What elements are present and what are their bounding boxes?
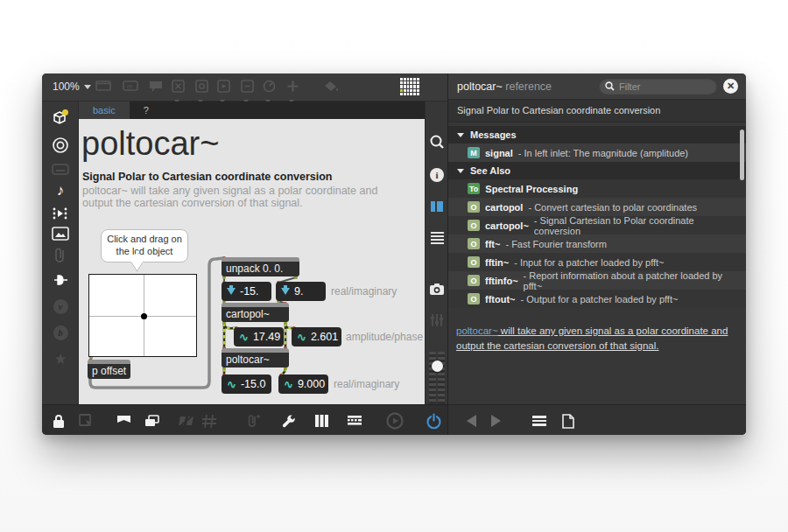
- message-box-icon[interactable]: m: [122, 79, 139, 93]
- filter-search-box[interactable]: [599, 78, 717, 94]
- lock-icon[interactable]: [49, 412, 68, 430]
- object-box-icon[interactable]: [95, 79, 112, 93]
- section-header[interactable]: Messages: [448, 126, 746, 144]
- beap-icon[interactable]: b: [42, 322, 79, 343]
- zoom-level-value: 100%: [53, 80, 80, 93]
- item-description: - Input for a patcher loaded by pfft~: [514, 257, 664, 268]
- item-description: - Report information about a patcher loa…: [524, 270, 737, 291]
- reference-summary: Signal Polar to Cartesian coordinate con…: [448, 100, 746, 122]
- number-box-icon[interactable]: [239, 79, 257, 93]
- poltocar-link[interactable]: poltocar~: [456, 326, 498, 336]
- object-cartopol[interactable]: cartopol~: [222, 303, 289, 322]
- item-description: - Fast Fourier transform: [505, 239, 607, 249]
- section-header[interactable]: See Also: [448, 162, 746, 179]
- object-poltocar[interactable]: poltocar~: [222, 348, 289, 368]
- top-toolbar: 100% m: [42, 74, 447, 102]
- lcd-object[interactable]: [88, 274, 197, 357]
- chevron-down-icon: [84, 85, 91, 89]
- object-unpack[interactable]: unpack 0. 0.: [222, 257, 299, 276]
- item-name: cartopol: [485, 202, 523, 213]
- attach-paperclip-icon[interactable]: [243, 412, 263, 430]
- search-icon[interactable]: [426, 131, 448, 152]
- flonum-arrow-icon: [281, 288, 290, 295]
- tab-help[interactable]: ?: [130, 102, 163, 119]
- filter-input[interactable]: [619, 81, 702, 92]
- item-description: - In left inlet: The magnitude (amplitud…: [518, 148, 688, 158]
- selection-tool-icon[interactable]: [76, 412, 95, 430]
- paint-bucket-icon[interactable]: [322, 79, 340, 93]
- item-name: fftout~: [485, 294, 516, 304]
- type-badge: O: [468, 275, 480, 286]
- layers-icon[interactable]: [142, 412, 161, 430]
- flonum-arrow-icon: [227, 288, 236, 295]
- right-icon-strip: i: [425, 102, 447, 404]
- object-palette-icon[interactable]: [400, 78, 419, 95]
- reference-item[interactable]: Offtin~- Input for a patcher loaded by p…: [448, 253, 746, 271]
- hide-cords-icon[interactable]: [177, 412, 196, 430]
- open-reference-page-icon[interactable]: [559, 413, 577, 429]
- reference-item[interactable]: Offtinfo~- Report information about a pa…: [448, 271, 746, 290]
- image-icon[interactable]: [42, 223, 79, 244]
- flonum-real[interactable]: -15.: [222, 282, 271, 301]
- reference-blurb: poltocar~ will take any given signal as …: [456, 324, 738, 353]
- inspector-info-icon[interactable]: i: [426, 164, 448, 186]
- flonum-imaginary[interactable]: 9.: [276, 282, 326, 301]
- plug-icon[interactable]: [42, 270, 79, 290]
- favorites-star-icon[interactable]: ★: [42, 348, 79, 369]
- audio-note-icon[interactable]: ♪: [42, 180, 79, 201]
- console-icon[interactable]: [42, 159, 79, 180]
- vimeo-icon[interactable]: v: [42, 296, 79, 317]
- filters-icon[interactable]: [426, 310, 448, 331]
- reference-item[interactable]: Msignal- In left inlet: The magnitude (a…: [448, 144, 746, 162]
- grid-snap-icon[interactable]: [200, 412, 219, 430]
- slider-knob[interactable]: [432, 360, 443, 372]
- tab-basic[interactable]: basic: [79, 102, 130, 119]
- playbar-run-icon[interactable]: [385, 412, 405, 430]
- menu-icon[interactable]: [531, 413, 548, 429]
- signal-number-real[interactable]: ∿ -15.0: [222, 374, 271, 394]
- wrench-icon[interactable]: [278, 412, 298, 430]
- reference-item[interactable]: Offt~- Fast Fourier transform: [448, 234, 746, 253]
- zoom-level-dropdown[interactable]: 100%: [53, 80, 91, 93]
- close-icon[interactable]: ✕: [723, 79, 738, 94]
- label-real-imaginary-bottom: real/imaginary: [334, 378, 399, 390]
- audio-power-icon[interactable]: [424, 412, 443, 430]
- forward-arrow-icon[interactable]: [487, 413, 504, 429]
- comment-icon[interactable]: [147, 79, 165, 93]
- add-object-icon[interactable]: [285, 79, 302, 93]
- button-icon[interactable]: [193, 79, 211, 93]
- reference-item[interactable]: Ocartopol- Convert cartesian to polar co…: [448, 198, 746, 216]
- signal-number-phase[interactable]: ∿ 2.601: [292, 327, 341, 346]
- back-arrow-icon[interactable]: [462, 413, 480, 429]
- sequencer-icon[interactable]: [42, 203, 79, 224]
- paperclip-icon[interactable]: [42, 245, 79, 266]
- patcher-canvas: poltocar~ Signal Polar to Cartesian coor…: [79, 119, 425, 404]
- reference-item[interactable]: ToSpectral Processing: [448, 179, 746, 198]
- max-help-window: 100% m: [42, 74, 746, 435]
- playbar-object-icon[interactable]: [215, 79, 233, 93]
- reference-panel-header: poltocar~ reference ✕: [448, 74, 746, 100]
- type-badge: O: [468, 238, 480, 249]
- reference-item[interactable]: Ocartopol~- Signal Cartesian to Polar co…: [448, 216, 746, 234]
- lcd-cursor-dot: [141, 313, 147, 319]
- keyboard-matrix-icon[interactable]: [345, 412, 364, 430]
- label-amplitude-phase: amplitude/phase: [346, 331, 423, 343]
- hint-bubble: Click and drag on the lcd object: [101, 229, 188, 262]
- presentation-mode-icon[interactable]: [114, 412, 133, 430]
- chevron-down-icon: [457, 169, 464, 173]
- dial-icon[interactable]: [261, 79, 278, 93]
- reference-item[interactable]: Offtout~- Output for a patcher loaded by…: [448, 290, 746, 308]
- signal-number-amplitude[interactable]: ∿ 17.49: [234, 327, 284, 346]
- lessons-list-icon[interactable]: [426, 228, 448, 248]
- audio-status-icon[interactable]: [42, 135, 79, 156]
- signal-number-imaginary[interactable]: ∿ 9.000: [278, 374, 328, 394]
- toggle-icon[interactable]: [170, 79, 187, 93]
- sine-wave-icon: ∿: [239, 331, 249, 344]
- packages-cube-icon[interactable]: [42, 107, 79, 128]
- object-p-offset[interactable]: p offset: [88, 360, 130, 379]
- snapshot-camera-icon[interactable]: [426, 278, 448, 299]
- panel-scrollbar[interactable]: [740, 130, 744, 180]
- patch-title: poltocar~: [81, 125, 219, 163]
- reference-sidebar-icon[interactable]: [426, 196, 448, 217]
- piano-keys-icon[interactable]: [312, 412, 331, 430]
